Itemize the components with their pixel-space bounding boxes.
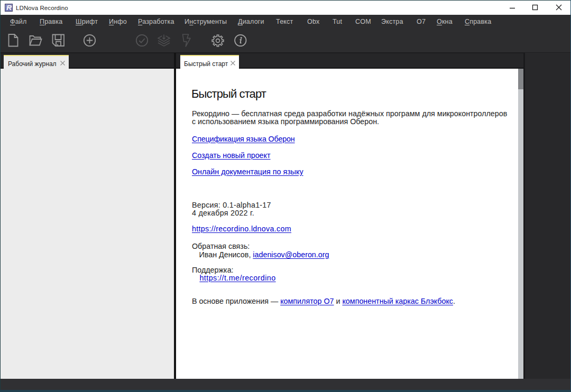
- svg-text:R: R: [6, 4, 12, 12]
